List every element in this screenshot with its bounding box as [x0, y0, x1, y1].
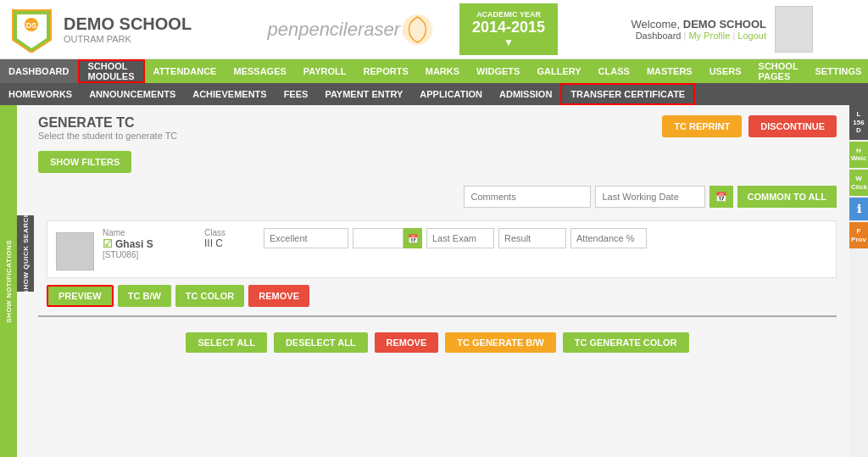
nav-item-school-modules[interactable]: SCHOOL MODULES: [78, 59, 145, 83]
quick-search-label: SHOW QUICK SEARCH: [22, 212, 30, 294]
student-class-label: Class: [204, 228, 255, 237]
brand-logo: penpencileraser: [267, 13, 434, 47]
right-side-panel: L156D HWalc WClick ℹ FProv: [849, 105, 868, 457]
svg-text:DS: DS: [26, 21, 37, 30]
student-id-text: [STU086]: [103, 250, 196, 259]
nav-item-application[interactable]: APPLICATION: [411, 83, 491, 105]
discontinue-button[interactable]: DISCONTINUE: [748, 115, 837, 137]
bottom-action-buttons: SELECT ALL DESELECT ALL REMOVE TC GENERA…: [38, 326, 837, 359]
student-card: Name ☑ Ghasi S [STU086] Class III C 📅: [47, 220, 837, 278]
student-name: ☑ Ghasi S: [103, 237, 196, 250]
nav-links: Dashboard | My Profile | Logout: [632, 31, 766, 41]
header-action-buttons: TC REPRINT DISCONTINUE: [662, 115, 837, 137]
nav-item-admission[interactable]: ADMISSION: [491, 83, 560, 105]
nav-item-payroll[interactable]: PAYROLL: [295, 59, 355, 83]
nav-item-payment-entry[interactable]: PAYMENT ENTRY: [316, 83, 411, 105]
nav-item-masters[interactable]: MASTERS: [638, 59, 701, 83]
right-panel-info[interactable]: ℹ: [849, 198, 868, 220]
student-action-buttons: PREVIEW TC B/W TC COLOR REMOVE: [47, 285, 837, 307]
show-filters-row: SHOW FILTERS: [38, 151, 837, 173]
student-avatar: [56, 232, 94, 270]
welcome-section: Welcome, DEMO SCHOOL Dashboard | My Prof…: [632, 6, 813, 53]
nav-item-transfer-certificate[interactable]: TRANSFER CERTIFICATE: [560, 83, 695, 105]
welcome-text: Welcome, DEMO SCHOOL Dashboard | My Prof…: [632, 18, 766, 41]
page-subtitle: Select the student to generate TC: [38, 131, 177, 141]
side-quick-search-panel[interactable]: SHOW QUICK SEARCH: [17, 215, 34, 292]
tc-reprint-button[interactable]: TC REPRINT: [662, 115, 742, 137]
student-fields-row: 📅: [264, 228, 827, 248]
nav-item-homeworks[interactable]: HOMEWORKS: [0, 83, 81, 105]
nav-item-school-pages[interactable]: SCHOOL PAGES: [750, 59, 807, 83]
id-calendar-icon[interactable]: 📅: [403, 228, 422, 248]
right-panel-w[interactable]: WClick: [849, 170, 868, 196]
student-info-block: Name ☑ Ghasi S [STU086]: [103, 228, 196, 259]
logout-link[interactable]: Logout: [737, 31, 766, 41]
page-title: GENERATE TC: [38, 115, 177, 131]
select-all-button[interactable]: SELECT ALL: [186, 332, 266, 353]
notifications-label: SHOW NOTIFICATIONS: [5, 240, 13, 323]
calendar-icon[interactable]: 📅: [709, 186, 733, 208]
nav-item-achievements[interactable]: ACHIEVEMENTS: [184, 83, 275, 105]
excellent-input[interactable]: [264, 228, 348, 248]
nav-item-settings[interactable]: SETTINGS: [806, 59, 868, 83]
svg-point-2: [402, 14, 432, 45]
last-exam-input[interactable]: [426, 228, 494, 248]
right-panel-f[interactable]: FProv: [849, 222, 868, 248]
brand-name: penpencileraser: [267, 19, 400, 41]
student-name-text: Ghasi S: [115, 238, 153, 250]
side-notifications-panel[interactable]: SHOW NOTIFICATIONS: [0, 105, 17, 457]
dashboard-link[interactable]: Dashboard: [636, 31, 682, 41]
dropdown-arrow-icon[interactable]: ▼: [472, 36, 545, 48]
nav-item-attendance[interactable]: ATTENDANCE: [145, 59, 225, 83]
nav-item-users[interactable]: USERS: [701, 59, 750, 83]
welcome-greeting: Welcome, DEMO SCHOOL: [632, 18, 766, 31]
bottom-remove-button[interactable]: REMOVE: [375, 332, 439, 353]
main-area: SHOW QUICK SEARCH GENERATE TC Select the…: [17, 105, 849, 457]
student-name-label: Name: [103, 228, 196, 237]
academic-year-box: ACADEMIC YEAR 2014-2015 ▼: [459, 3, 558, 55]
school-subtitle: OUTRAM PARK: [64, 34, 192, 44]
academic-year: 2014-2015: [472, 19, 545, 36]
avatar: [775, 6, 813, 53]
primary-nav: DASHBOARD SCHOOL MODULES ATTENDANCE MESS…: [0, 59, 868, 83]
result-input[interactable]: [498, 228, 566, 248]
common-to-all-row: 📅 COMMON TO ALL: [38, 186, 837, 208]
right-panel-l[interactable]: L156D: [849, 105, 868, 140]
common-to-all-button[interactable]: COMMON TO ALL: [737, 186, 837, 208]
nav-item-messages[interactable]: MESSAGES: [225, 59, 294, 83]
divider: [38, 315, 837, 317]
tc-generate-color-button[interactable]: TC GENERATE COLOR: [563, 332, 689, 353]
student-class-block: Class III C: [204, 228, 255, 249]
deselect-all-button[interactable]: DESELECT ALL: [274, 332, 368, 353]
nav-item-reports[interactable]: REPORTS: [355, 59, 417, 83]
nav-item-announcements[interactable]: ANNOUNCEMENTS: [81, 83, 184, 105]
attendance-input[interactable]: [570, 228, 647, 248]
nav-item-widgets[interactable]: WIDGETS: [468, 59, 528, 83]
academic-label: ACADEMIC YEAR: [472, 10, 545, 19]
last-working-date-input[interactable]: [595, 186, 705, 208]
page-title-block: GENERATE TC Select the student to genera…: [38, 115, 177, 141]
show-filters-button[interactable]: SHOW FILTERS: [38, 151, 131, 173]
nav-item-marks[interactable]: MARKS: [417, 59, 468, 83]
pencil-icon: [400, 13, 434, 47]
my-profile-link[interactable]: My Profile: [688, 31, 730, 41]
school-logo: DS: [8, 6, 55, 53]
remove-button[interactable]: REMOVE: [248, 285, 309, 307]
tc-generate-bw-button[interactable]: TC GENERATE B/W: [445, 332, 555, 353]
tc-color-button[interactable]: TC COLOR: [175, 285, 244, 307]
school-name-block: DEMO SCHOOL OUTRAM PARK: [64, 14, 192, 44]
preview-button[interactable]: PREVIEW: [47, 285, 114, 307]
nav-item-fees[interactable]: FEES: [275, 83, 317, 105]
student-checkbox-icon[interactable]: ☑: [103, 237, 113, 250]
nav-item-dashboard[interactable]: DASHBOARD: [0, 59, 78, 83]
nav-item-gallery[interactable]: GALLERY: [528, 59, 589, 83]
student-class-value: III C: [204, 237, 255, 249]
student-id-field[interactable]: [353, 228, 403, 248]
secondary-nav: HOMEWORKS ANNOUNCEMENTS ACHIEVEMENTS FEE…: [0, 83, 868, 105]
school-title: DEMO SCHOOL: [64, 14, 192, 34]
nav-item-class[interactable]: CLASS: [590, 59, 638, 83]
comments-input[interactable]: [464, 186, 591, 208]
generate-tc-header: GENERATE TC Select the student to genera…: [38, 115, 837, 141]
tc-bw-button[interactable]: TC B/W: [118, 285, 171, 307]
right-panel-h[interactable]: HWalc: [849, 142, 868, 168]
